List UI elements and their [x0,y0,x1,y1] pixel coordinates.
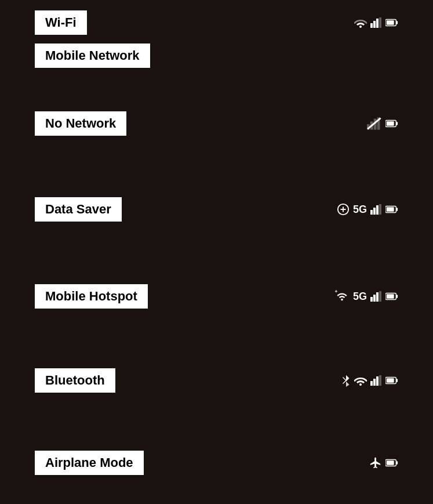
battery-icon-hotspot [385,292,398,300]
battery-icon [385,19,398,27]
svg-rect-26 [373,295,376,302]
mobile-hotspot-row: Mobile Hotspot 5G [0,284,433,309]
no-signal-icon [367,117,382,130]
svg-rect-6 [387,20,394,24]
no-network-icons [367,117,398,130]
svg-rect-35 [379,375,381,386]
svg-rect-37 [396,379,398,382]
data-saver-label[interactable]: Data Saver [35,197,122,222]
data-saver-row: Data Saver 5G [0,197,433,222]
svg-rect-28 [379,291,381,302]
no-network-label[interactable]: No Network [35,111,126,136]
bluetooth-icon [341,374,351,387]
svg-rect-32 [370,381,373,386]
svg-rect-40 [396,461,398,465]
wifi-icon [354,17,367,28]
mobile-hotspot-icons: 5G [334,290,398,303]
5g-label-hotspot: 5G [353,291,367,303]
signal-bars-icon-data [370,204,382,215]
battery-icon-airplane [385,459,398,467]
battery-icon-no-network [385,119,398,128]
mobile-hotspot-label[interactable]: Mobile Hotspot [35,284,148,309]
mobile-network-row: Mobile Network [0,43,433,68]
svg-rect-19 [373,208,376,215]
bluetooth-label[interactable]: Bluetooth [35,368,115,393]
no-network-row: No Network [0,111,433,136]
5g-label: 5G [353,204,367,216]
bluetooth-row: Bluetooth [0,368,433,393]
svg-rect-41 [387,461,394,465]
airplane-mode-icons [369,456,398,469]
wifi-row: Wi-Fi [0,10,433,35]
svg-rect-20 [376,205,379,215]
wifi-icon-bt [354,375,367,386]
svg-rect-5 [396,21,398,24]
svg-rect-18 [370,210,373,215]
wifi-icons [354,17,398,28]
data-saver-icons: 5G [337,203,398,216]
svg-rect-33 [373,379,376,386]
bluetooth-icons [341,374,398,387]
signal-bars-icon-hotspot [370,291,382,302]
svg-rect-23 [396,208,398,211]
battery-icon-data [385,205,398,213]
svg-rect-31 [387,294,394,298]
battery-icon-bt [385,376,398,385]
mobile-network-label[interactable]: Mobile Network [35,43,150,68]
svg-rect-34 [376,376,379,386]
data-saver-icon [337,203,350,216]
svg-rect-1 [373,21,376,28]
signal-bars-icon-bt [370,375,382,386]
svg-rect-24 [387,207,394,211]
svg-rect-3 [379,17,381,28]
airplane-icon [369,456,382,469]
svg-rect-0 [370,23,373,28]
airplane-mode-label[interactable]: Airplane Mode [35,451,144,475]
svg-rect-30 [396,295,398,298]
hotspot-icon [334,290,350,303]
signal-bars-icon [370,17,382,28]
svg-rect-25 [370,297,373,302]
svg-rect-38 [387,378,394,382]
airplane-mode-row: Airplane Mode [0,451,433,475]
svg-rect-14 [387,121,394,125]
svg-rect-27 [376,292,379,302]
wifi-label[interactable]: Wi-Fi [35,10,87,35]
svg-rect-13 [396,122,398,125]
svg-rect-21 [379,204,381,215]
svg-rect-2 [376,19,379,28]
